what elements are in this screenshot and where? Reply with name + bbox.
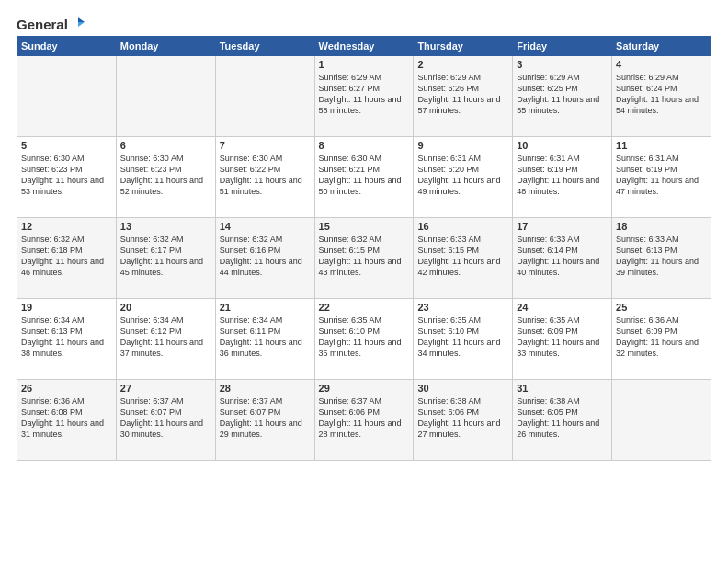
- calendar-cell: 31Sunrise: 6:38 AMSunset: 6:05 PMDayligh…: [513, 380, 612, 461]
- logo-general-text: General: [17, 17, 68, 32]
- week-row-3: 12Sunrise: 6:32 AMSunset: 6:18 PMDayligh…: [17, 218, 711, 299]
- calendar-cell: 6Sunrise: 6:30 AMSunset: 6:23 PMDaylight…: [116, 137, 215, 218]
- cell-info: Sunrise: 6:34 AMSunset: 6:12 PMDaylight:…: [120, 315, 211, 360]
- calendar-cell: 15Sunrise: 6:32 AMSunset: 6:15 PMDayligh…: [314, 218, 414, 299]
- calendar-cell: [612, 380, 711, 461]
- cell-info: Sunrise: 6:38 AMSunset: 6:05 PMDaylight:…: [517, 396, 608, 441]
- calendar-cell: 24Sunrise: 6:35 AMSunset: 6:09 PMDayligh…: [513, 299, 612, 380]
- day-number: 6: [120, 140, 211, 151]
- calendar-cell: 12Sunrise: 6:32 AMSunset: 6:18 PMDayligh…: [17, 218, 117, 299]
- day-number: 26: [21, 383, 112, 394]
- weekday-header-friday: Friday: [513, 37, 612, 56]
- calendar-cell: 11Sunrise: 6:31 AMSunset: 6:19 PMDayligh…: [612, 137, 711, 218]
- cell-info: Sunrise: 6:29 AMSunset: 6:27 PMDaylight:…: [319, 72, 410, 117]
- week-row-4: 19Sunrise: 6:34 AMSunset: 6:13 PMDayligh…: [17, 299, 711, 380]
- calendar-cell: 23Sunrise: 6:35 AMSunset: 6:10 PMDayligh…: [414, 299, 513, 380]
- calendar-cell: 8Sunrise: 6:30 AMSunset: 6:21 PMDaylight…: [314, 137, 414, 218]
- week-row-5: 26Sunrise: 6:36 AMSunset: 6:08 PMDayligh…: [17, 380, 711, 461]
- calendar-cell: 28Sunrise: 6:37 AMSunset: 6:07 PMDayligh…: [215, 380, 314, 461]
- calendar-cell: 16Sunrise: 6:33 AMSunset: 6:15 PMDayligh…: [414, 218, 513, 299]
- cell-info: Sunrise: 6:36 AMSunset: 6:09 PMDaylight:…: [616, 315, 707, 360]
- cell-info: Sunrise: 6:35 AMSunset: 6:10 PMDaylight:…: [417, 315, 508, 360]
- day-number: 4: [616, 59, 707, 70]
- cell-info: Sunrise: 6:32 AMSunset: 6:16 PMDaylight:…: [220, 234, 311, 279]
- calendar-cell: 29Sunrise: 6:37 AMSunset: 6:06 PMDayligh…: [314, 380, 414, 461]
- week-row-2: 5Sunrise: 6:30 AMSunset: 6:23 PMDaylight…: [17, 137, 711, 218]
- weekday-header-sunday: Sunday: [17, 37, 117, 56]
- logo: General: [17, 17, 86, 29]
- cell-info: Sunrise: 6:29 AMSunset: 6:25 PMDaylight:…: [517, 72, 608, 117]
- weekday-header-saturday: Saturday: [612, 37, 711, 56]
- weekday-header-tuesday: Tuesday: [215, 37, 314, 56]
- day-number: 21: [220, 302, 311, 313]
- day-number: 10: [517, 140, 608, 151]
- calendar-cell: 19Sunrise: 6:34 AMSunset: 6:13 PMDayligh…: [17, 299, 117, 380]
- day-number: 17: [517, 221, 608, 232]
- day-number: 23: [417, 302, 508, 313]
- calendar-cell: [215, 56, 314, 137]
- header: General: [17, 17, 711, 29]
- day-number: 25: [616, 302, 707, 313]
- calendar-cell: 14Sunrise: 6:32 AMSunset: 6:16 PMDayligh…: [215, 218, 314, 299]
- day-number: 14: [220, 221, 311, 232]
- cell-info: Sunrise: 6:34 AMSunset: 6:11 PMDaylight:…: [220, 315, 311, 360]
- cell-info: Sunrise: 6:31 AMSunset: 6:19 PMDaylight:…: [616, 153, 707, 198]
- calendar-cell: 7Sunrise: 6:30 AMSunset: 6:22 PMDaylight…: [215, 137, 314, 218]
- day-number: 16: [417, 221, 508, 232]
- weekday-header-row: SundayMondayTuesdayWednesdayThursdayFrid…: [17, 37, 711, 56]
- svg-marker-1: [78, 22, 85, 27]
- cell-info: Sunrise: 6:34 AMSunset: 6:13 PMDaylight:…: [21, 315, 112, 360]
- day-number: 7: [220, 140, 311, 151]
- weekday-header-thursday: Thursday: [414, 37, 513, 56]
- svg-marker-0: [78, 17, 85, 22]
- calendar-cell: 5Sunrise: 6:30 AMSunset: 6:23 PMDaylight…: [17, 137, 117, 218]
- calendar-cell: 1Sunrise: 6:29 AMSunset: 6:27 PMDaylight…: [314, 56, 414, 137]
- day-number: 1: [319, 59, 410, 70]
- cell-info: Sunrise: 6:31 AMSunset: 6:19 PMDaylight:…: [517, 153, 608, 198]
- calendar-cell: 2Sunrise: 6:29 AMSunset: 6:26 PMDaylight…: [414, 56, 513, 137]
- calendar-cell: 25Sunrise: 6:36 AMSunset: 6:09 PMDayligh…: [612, 299, 711, 380]
- calendar-cell: 17Sunrise: 6:33 AMSunset: 6:14 PMDayligh…: [513, 218, 612, 299]
- weekday-header-wednesday: Wednesday: [314, 37, 414, 56]
- calendar-cell: 22Sunrise: 6:35 AMSunset: 6:10 PMDayligh…: [314, 299, 414, 380]
- calendar-cell: 9Sunrise: 6:31 AMSunset: 6:20 PMDaylight…: [414, 137, 513, 218]
- day-number: 31: [517, 383, 608, 394]
- calendar-cell: 13Sunrise: 6:32 AMSunset: 6:17 PMDayligh…: [116, 218, 215, 299]
- day-number: 20: [120, 302, 211, 313]
- calendar-cell: 20Sunrise: 6:34 AMSunset: 6:12 PMDayligh…: [116, 299, 215, 380]
- calendar-cell: [17, 56, 117, 137]
- day-number: 11: [616, 140, 707, 151]
- cell-info: Sunrise: 6:32 AMSunset: 6:18 PMDaylight:…: [21, 234, 112, 279]
- cell-info: Sunrise: 6:36 AMSunset: 6:08 PMDaylight:…: [21, 396, 112, 441]
- calendar-cell: 10Sunrise: 6:31 AMSunset: 6:19 PMDayligh…: [513, 137, 612, 218]
- calendar-cell: 27Sunrise: 6:37 AMSunset: 6:07 PMDayligh…: [116, 380, 215, 461]
- cell-info: Sunrise: 6:33 AMSunset: 6:14 PMDaylight:…: [517, 234, 608, 279]
- cell-info: Sunrise: 6:32 AMSunset: 6:15 PMDaylight:…: [319, 234, 410, 279]
- day-number: 15: [319, 221, 410, 232]
- cell-info: Sunrise: 6:29 AMSunset: 6:26 PMDaylight:…: [417, 72, 508, 117]
- cell-info: Sunrise: 6:37 AMSunset: 6:07 PMDaylight:…: [220, 396, 311, 441]
- calendar-cell: [116, 56, 215, 137]
- cell-info: Sunrise: 6:32 AMSunset: 6:17 PMDaylight:…: [120, 234, 211, 279]
- cell-info: Sunrise: 6:30 AMSunset: 6:22 PMDaylight:…: [220, 153, 311, 198]
- calendar-cell: 4Sunrise: 6:29 AMSunset: 6:24 PMDaylight…: [612, 56, 711, 137]
- calendar-cell: 3Sunrise: 6:29 AMSunset: 6:25 PMDaylight…: [513, 56, 612, 137]
- calendar-cell: 21Sunrise: 6:34 AMSunset: 6:11 PMDayligh…: [215, 299, 314, 380]
- cell-info: Sunrise: 6:33 AMSunset: 6:13 PMDaylight:…: [616, 234, 707, 279]
- day-number: 5: [21, 140, 112, 151]
- day-number: 28: [220, 383, 311, 394]
- day-number: 30: [417, 383, 508, 394]
- day-number: 12: [21, 221, 112, 232]
- day-number: 9: [417, 140, 508, 151]
- calendar-cell: 30Sunrise: 6:38 AMSunset: 6:06 PMDayligh…: [414, 380, 513, 461]
- cell-info: Sunrise: 6:33 AMSunset: 6:15 PMDaylight:…: [417, 234, 508, 279]
- cell-info: Sunrise: 6:35 AMSunset: 6:10 PMDaylight:…: [319, 315, 410, 360]
- cell-info: Sunrise: 6:30 AMSunset: 6:23 PMDaylight:…: [120, 153, 211, 198]
- day-number: 19: [21, 302, 112, 313]
- day-number: 13: [120, 221, 211, 232]
- cell-info: Sunrise: 6:37 AMSunset: 6:07 PMDaylight:…: [120, 396, 211, 441]
- weekday-header-monday: Monday: [116, 37, 215, 56]
- day-number: 29: [319, 383, 410, 394]
- cell-info: Sunrise: 6:30 AMSunset: 6:21 PMDaylight:…: [319, 153, 410, 198]
- day-number: 22: [319, 302, 410, 313]
